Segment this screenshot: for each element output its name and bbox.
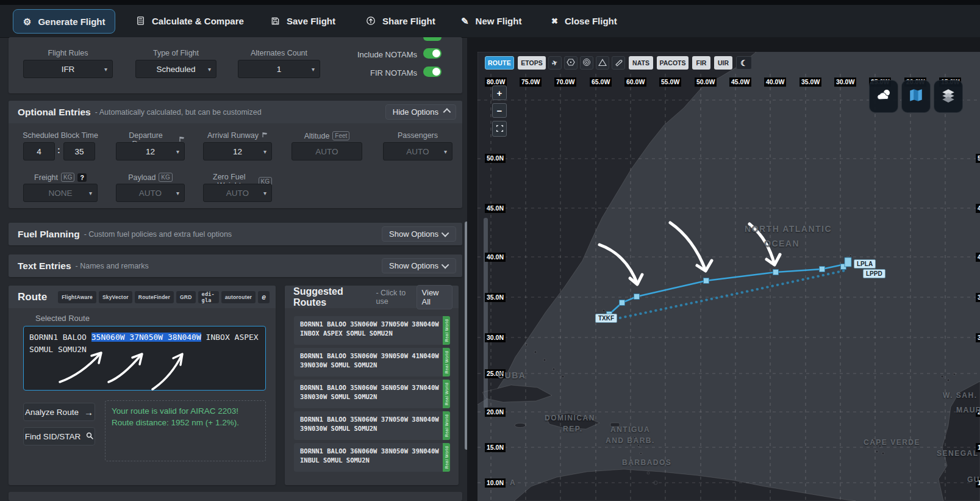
map-layer-fir-button[interactable]: FIR [692,56,710,70]
airport-label-lppd[interactable]: LPPD [863,269,885,278]
suggested-route-text: BORNN1 BALOO 35N060W 37N050W 38N040W 39N… [300,415,440,433]
suggested-route-item[interactable]: BORNN1 BALOO 35N060W 36N050W 37N040W 38N… [294,380,450,408]
optional-entries-card: Optional Entries - Automatically calcula… [9,101,462,208]
zoom-in-button[interactable]: + [492,85,507,100]
find-sid-star-button[interactable]: Find SID/STAR [23,427,95,445]
windsock-icon [262,131,268,140]
freight-label-text: Freight [34,173,58,182]
plus-icon: + [497,88,503,98]
view-all-button[interactable]: View All [417,285,452,309]
save-flight-button[interactable]: Save Flight [261,9,345,32]
provider-autorouter-button[interactable]: autorouter [221,291,256,303]
airport-label-lpla[interactable]: LPLA [854,259,876,269]
flight-rules-select[interactable]: IFR ▾ [23,60,113,78]
passengers-value: AUTO [406,147,429,156]
nats-layer-label: NATS [632,59,649,67]
map-layer-nats-button[interactable]: NATS [629,56,653,70]
include-notams-toggle[interactable] [423,48,442,59]
suggested-route-item[interactable]: BORNN1 BALOO 35N060W 37N050W 38N040W 39N… [294,411,450,440]
suggested-route-item[interactable]: BORNN1 BALOO 35N060W 37N050W 38N040W INB… [294,316,450,345]
save-icon [271,16,280,26]
block-minutes-input[interactable]: 35 [63,142,95,160]
window-top-strip [0,0,980,5]
optional-entries-header: Optional Entries - Automatically calcula… [9,101,462,123]
region-label-dominican-rep: REP. [563,425,582,433]
payload-label: Payload KG [116,173,185,182]
freight-select[interactable]: NONE ▾ [23,184,98,202]
map-style-button[interactable] [901,80,931,113]
map-layer-ndb-button[interactable] [580,56,593,70]
active-route-line[interactable] [604,264,848,319]
weather-layer-button[interactable] [869,80,898,113]
close-flight-button[interactable]: ✖ Close Flight [542,9,627,32]
map-layer-pacots-button[interactable]: PACOTS [657,56,689,70]
chevron-up-icon [443,108,451,116]
route-waypoint-markers[interactable] [602,258,852,322]
provider-flightaware-button[interactable]: FlightAware [58,291,96,303]
real-world-tag-label: Real World [445,319,449,342]
fuel-planning-title: Fuel Planning [18,229,80,240]
provider-routefinder-button[interactable]: RouteFinder [135,291,174,303]
fullscreen-button[interactable] [492,121,507,137]
block-hours-input[interactable]: 4 [23,142,55,160]
region-label-barbados: BARBADOS [622,458,671,467]
payload-select[interactable]: AUTO ▾ [116,184,185,202]
calculate-compare-label: Calculate & Compare [152,16,244,26]
hide-options-button[interactable]: Hide Options [385,104,456,120]
share-flight-button[interactable]: Share Flight [356,9,445,32]
map-layer-uir-button[interactable]: UIR [714,56,732,70]
fuel-show-options-button[interactable]: Show Options [382,226,456,242]
alternates-count-select[interactable]: 1 ▾ [238,60,320,78]
freight-help-button[interactable]: ? [77,173,86,182]
flight-rules-value: IFR [62,65,75,74]
route-map[interactable]: 80.0W 75.0W 70.0W 65.0W 60.0W 55.0W 50.0… [477,52,980,501]
type-of-flight-value: Scheduled [157,65,196,74]
chevron-down-icon [442,261,449,269]
close-icon: ✖ [551,17,558,25]
route-text-before: BORNN1 BALOO [29,333,91,342]
share-icon [366,16,376,26]
map-layer-etops-button[interactable]: ETOPS [518,56,546,70]
zero-fuel-weight-select[interactable]: AUTO ▾ [203,184,272,202]
generate-flight-button[interactable]: ⚙ Generate Flight [13,9,115,34]
analyze-route-button[interactable]: Analyze Route → [23,403,95,421]
text-entries-header: Text Entries - Names and remarks Show Op… [9,254,462,277]
provider-skyvector-button[interactable]: SkyVector [99,291,132,303]
departure-runway-select[interactable]: 12 ▾ [116,142,185,160]
dark-mode-button[interactable]: ☾ [736,56,752,70]
map-layer-aircraft-button[interactable]: ✈ [548,56,562,70]
fir-notams-toggle[interactable] [423,67,442,77]
caret-down-icon: ▾ [263,190,266,196]
airport-label-txkf[interactable]: TXKF [595,314,617,323]
layers-icon [940,87,956,106]
suggested-route-item[interactable]: BORNN1 BALOO 36N060W 38N050W 39N040W INB… [294,443,450,472]
arrow-right-icon: → [84,407,93,417]
lat-label: 10.0N [485,478,506,488]
caret-down-icon: ▾ [176,148,179,155]
clipped-toggle[interactable] [423,37,442,41]
zoom-out-button[interactable]: − [492,103,507,118]
lon-label: 35.0W [799,77,821,87]
arrival-runway-select[interactable]: 12 ▾ [203,142,272,160]
map-scrollbar[interactable] [484,218,488,408]
layers-button[interactable] [934,80,963,113]
map-layer-waypoint-button[interactable] [596,56,609,70]
new-flight-button[interactable]: ✎ New Flight [451,9,531,32]
suggested-route-item[interactable]: BORNN1 BALOO 35N060W 39N050W 41N040W 39N… [294,348,450,377]
suggested-route-text: BORNN1 BALOO 36N060W 38N050W 39N040W INB… [300,447,440,465]
provider-grd-button[interactable]: GRD [176,291,196,303]
passengers-select[interactable]: AUTO ▾ [383,142,452,160]
optional-entries-title: Optional Entries [18,107,91,118]
map-layer-draw-button[interactable] [612,56,625,70]
text-show-options-button[interactable]: Show Options [382,258,456,273]
type-of-flight-select[interactable]: Scheduled ▾ [135,60,216,78]
selected-route-textarea[interactable]: BORNN1 BALOO 35N060W 37N050W 38N040W INB… [23,326,266,391]
altitude-input[interactable]: AUTO [291,142,362,160]
provider-edigla-button[interactable]: edi-gla [198,291,219,303]
provider-eurofpl-button[interactable]: e [258,291,270,303]
text-entries-subtitle: - Names and remarks [76,262,149,270]
map-layer-vor-button[interactable] [564,56,578,70]
route-card: Route FlightAware SkyVector RouteFinder … [9,286,276,485]
map-layer-route-button[interactable]: ROUTE [485,56,514,70]
calculate-compare-button[interactable]: Calculate & Compare [126,9,254,32]
